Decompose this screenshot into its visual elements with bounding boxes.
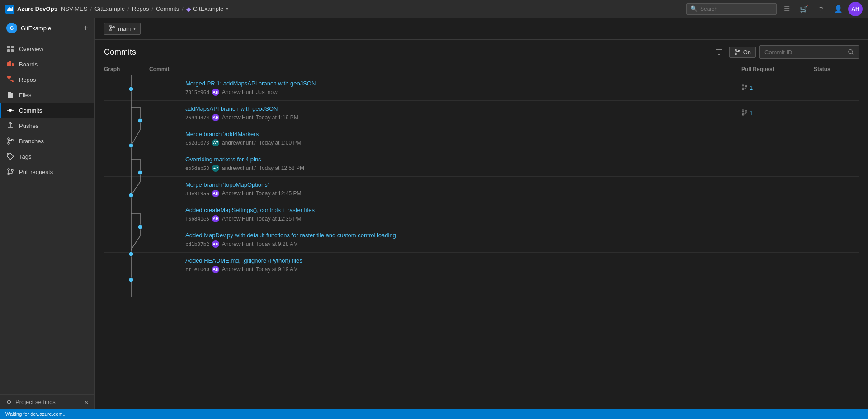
files-icon	[6, 91, 14, 99]
table-row[interactable]: Added createMapSettings(), controls + ra…	[104, 202, 859, 227]
commits-table: Graph Commit Pull Request Status	[95, 63, 868, 409]
shopping-icon[interactable]: 🛒	[797, 2, 811, 16]
svg-point-52	[745, 111, 747, 113]
commit-info: Overriding markers for 4 pins eb5deb53 A…	[185, 156, 741, 172]
author-name: Andrew Hunt	[222, 89, 253, 95]
main-layout: G GitExample + Overview Boards	[0, 18, 868, 409]
sidebar-item-pull-requests[interactable]: Pull requests	[0, 164, 94, 179]
commit-hash: eb5deb53	[185, 165, 209, 171]
author-avatar: AH	[212, 266, 219, 273]
sidebar-item-repos[interactable]: Repos	[0, 72, 94, 87]
commit-time: Today at 1:19 PM	[256, 114, 298, 121]
breadcrumb-sep-2: /	[127, 5, 129, 12]
on-label: On	[743, 49, 751, 56]
svg-point-26	[735, 53, 736, 55]
commit-message[interactable]: Merge branch 'add4Markers'	[185, 131, 732, 137]
breadcrumb-active-item[interactable]: ◆ GitExample ▾	[186, 5, 228, 13]
svg-point-46	[129, 278, 133, 282]
azure-devops-logo	[5, 5, 14, 14]
author-name: Andrew Hunt	[222, 241, 253, 247]
col-graph: Graph	[104, 66, 149, 72]
table-row[interactable]: Merge branch 'add4Markers' c62dc073 A7 a…	[104, 126, 859, 151]
table-row[interactable]: Merged PR 1: addMapsAPI branch with geoJ…	[104, 75, 859, 101]
boards-label: Boards	[19, 61, 38, 68]
table-row[interactable]: Overriding markers for 4 pins eb5deb53 A…	[104, 151, 859, 177]
filter-button[interactable]	[712, 45, 726, 59]
commit-message[interactable]: Added MapDev.py with default functions f…	[185, 232, 732, 239]
author-name: andrewdhunt7	[222, 140, 256, 146]
commit-time: Today at 9:19 AM	[256, 266, 298, 273]
commit-id-input[interactable]	[764, 49, 845, 56]
commit-info: Merged PR 1: addMapsAPI branch with geoJ…	[185, 80, 741, 96]
user-settings-icon[interactable]: 👤	[831, 2, 845, 16]
breadcrumb-commits[interactable]: Commits	[156, 5, 179, 12]
sidebar-item-overview[interactable]: Overview	[0, 41, 94, 56]
table-row[interactable]: addMapsAPI branch with geoJSON 2694d374 …	[104, 101, 859, 126]
svg-point-18	[9, 155, 9, 155]
branch-selector[interactable]: main ▾	[104, 23, 141, 35]
app-logo[interactable]: Azure DevOps	[5, 5, 57, 14]
commit-message[interactable]: Overriding markers for 4 pins	[185, 156, 732, 163]
commit-info: Added createMapSettings(), controls + ra…	[185, 207, 741, 222]
commit-meta: 7015c96d AH Andrew Hunt Just now	[185, 89, 732, 96]
sidebar-item-tags[interactable]: Tags	[0, 149, 94, 164]
table-row[interactable]: Added README.md, .gitignore (Python) fil…	[104, 253, 859, 278]
commit-message[interactable]: Added README.md, .gitignore (Python) fil…	[185, 257, 732, 264]
table-header: Graph Commit Pull Request Status	[104, 63, 859, 75]
table-row[interactable]: Merge branch 'topoMapOptions' 38e919aa A…	[104, 177, 859, 202]
commit-time: Today at 12:58 PM	[259, 165, 304, 171]
commits-page-title: Commits	[104, 47, 708, 57]
commit-message[interactable]: Merge branch 'topoMapOptions'	[185, 181, 732, 188]
commit-time: Just now	[256, 89, 277, 95]
svg-point-16	[8, 142, 9, 144]
commit-info: Added MapDev.py with default functions f…	[185, 232, 741, 248]
breadcrumb-sep-3: /	[151, 5, 153, 12]
pr-number[interactable]: 1	[750, 85, 753, 91]
pr-number[interactable]: 1	[750, 110, 753, 117]
breadcrumb-repos[interactable]: Repos	[132, 5, 149, 12]
breadcrumb-active-label: GitExample	[193, 5, 223, 12]
add-project-icon[interactable]: +	[83, 24, 88, 33]
commit-message[interactable]: addMapsAPI branch with geoJSON	[185, 105, 732, 112]
settings-panel-icon[interactable]: ☰	[779, 2, 794, 16]
breadcrumb-nsv-mes[interactable]: NSV-MES	[61, 5, 88, 12]
branches-icon	[6, 137, 14, 145]
author-avatar: A7	[212, 165, 219, 172]
branches-label: Branches	[19, 138, 44, 145]
sidebar-item-pushes[interactable]: Pushes	[0, 118, 94, 133]
overview-label: Overview	[19, 46, 43, 52]
svg-point-19	[8, 169, 9, 170]
commit-message[interactable]: Merged PR 1: addMapsAPI branch with geoJ…	[185, 80, 732, 87]
commit-hash: ff1e1040	[185, 267, 209, 273]
pull-requests-icon	[6, 168, 14, 176]
org-selector[interactable]: G GitExample +	[0, 18, 94, 38]
help-icon[interactable]: ?	[814, 2, 828, 16]
sidebar-item-branches[interactable]: Branches	[0, 133, 94, 149]
search-icon: 🔍	[690, 5, 698, 12]
svg-point-21	[11, 169, 13, 171]
author-avatar: AH	[212, 215, 219, 222]
branch-icon	[109, 25, 115, 33]
breadcrumb-gitexample[interactable]: GitExample	[94, 5, 125, 12]
project-settings-btn[interactable]: ⚙ Project settings «	[0, 394, 94, 409]
sidebar-item-boards[interactable]: Boards	[0, 56, 94, 72]
status-bar: Waiting for dev.azure.com...	[0, 409, 868, 419]
search-input[interactable]	[700, 6, 773, 12]
pr-col: 1	[741, 84, 814, 92]
tags-label: Tags	[19, 153, 31, 160]
author-avatar: AH	[212, 190, 219, 197]
org-icon: G	[6, 23, 17, 33]
topbar: Azure DevOps NSV-MES / GitExample / Repo…	[0, 0, 868, 18]
sidebar-item-files[interactable]: Files	[0, 87, 94, 103]
svg-point-15	[8, 138, 9, 140]
commit-id-box[interactable]	[760, 45, 859, 59]
search-box[interactable]: 🔍	[686, 3, 777, 15]
collapse-icon[interactable]: «	[85, 398, 88, 405]
table-row[interactable]: Added MapDev.py with default functions f…	[104, 227, 859, 253]
commit-hash: f6b841e5	[185, 216, 209, 222]
sidebar-item-commits[interactable]: Commits	[0, 103, 94, 118]
on-toggle-btn[interactable]: On	[729, 47, 756, 58]
commit-message[interactable]: Added createMapSettings(), controls + ra…	[185, 207, 732, 213]
user-avatar[interactable]: AH	[848, 2, 863, 16]
svg-point-11	[12, 80, 14, 82]
